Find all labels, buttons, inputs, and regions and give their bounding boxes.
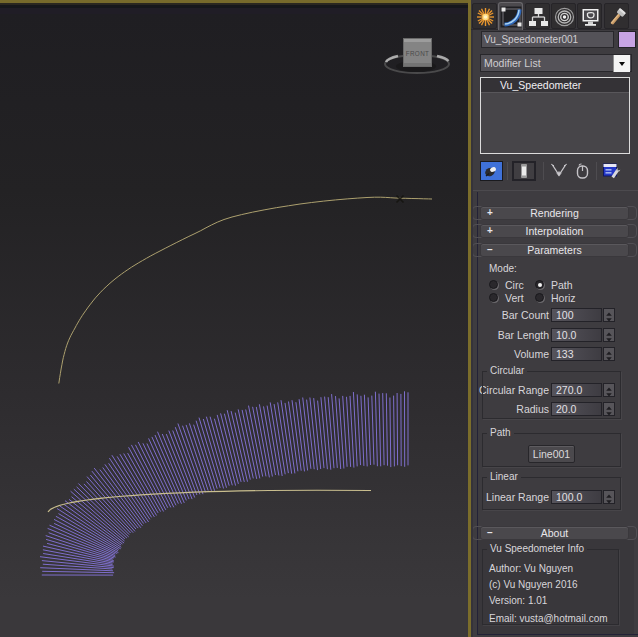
svg-text:FRONT: FRONT [406, 50, 430, 57]
